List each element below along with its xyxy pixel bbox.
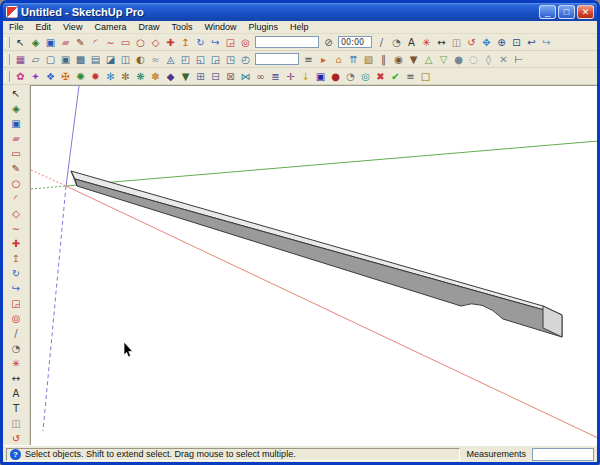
plugin-close-icon[interactable]: ✖	[373, 69, 388, 84]
plugin-burst-icon[interactable]: ✹	[88, 69, 103, 84]
move-tool-icon[interactable]: ✚	[9, 236, 24, 251]
plugin-clock-icon[interactable]: ◔	[343, 69, 358, 84]
protractor-icon[interactable]: ◔	[389, 35, 404, 50]
position-camera-icon[interactable]: ▼	[406, 52, 421, 67]
solid-union-icon[interactable]: ●	[451, 52, 466, 67]
dimension-tool-icon[interactable]: ↔	[434, 35, 449, 50]
measurements-input[interactable]	[532, 448, 594, 461]
solid-intersect-icon[interactable]: ✕	[496, 52, 511, 67]
layers-icon[interactable]: ≡	[301, 52, 316, 67]
menu-item-file[interactable]: File	[3, 22, 30, 32]
next-view-icon[interactable]: ↪	[539, 35, 554, 50]
front-view-icon[interactable]: ◱	[193, 52, 208, 67]
plugin-box-icon[interactable]: □	[418, 69, 433, 84]
menu-item-tools[interactable]: Tools	[165, 22, 198, 32]
move-tool-icon[interactable]: ✚	[163, 35, 178, 50]
solid-trim-icon[interactable]: ◊	[481, 52, 496, 67]
shadows-toggle-icon[interactable]: ◐	[133, 52, 148, 67]
plugin-loop-icon[interactable]: ∞	[253, 69, 268, 84]
follow-me-tool-icon[interactable]: ↪	[9, 281, 24, 296]
plugin-petal-icon[interactable]: ✽	[148, 69, 163, 84]
plugin-dot-icon[interactable]: ●	[328, 69, 343, 84]
fog-toggle-icon[interactable]: ≈	[148, 52, 163, 67]
top-view-icon[interactable]: ◰	[178, 52, 193, 67]
look-around-icon[interactable]: ◉	[391, 52, 406, 67]
text-tool-icon[interactable]: A	[404, 35, 419, 50]
scale-tool-icon[interactable]: ◲	[223, 35, 238, 50]
plugin-grid-plus-icon[interactable]: ⊞	[193, 69, 208, 84]
zoom-tool-icon[interactable]: ⊕	[494, 35, 509, 50]
line-tool-icon[interactable]: ✎	[73, 35, 88, 50]
plugin-snowflake-icon[interactable]: ✻	[103, 69, 118, 84]
dimension-tool-icon[interactable]: ↔	[9, 371, 24, 386]
select-tool-icon[interactable]: ↖	[13, 35, 28, 50]
left-view-icon[interactable]: ◴	[238, 52, 253, 67]
push-pull-tool-icon[interactable]: ↥	[178, 35, 193, 50]
rectangle-tool-icon[interactable]: ▭	[9, 146, 24, 161]
polygon-tool-icon[interactable]: ◇	[9, 206, 24, 221]
scale-tool-icon[interactable]: ◲	[9, 296, 24, 311]
camera-dropdown[interactable]	[255, 53, 299, 65]
protractor-icon[interactable]: ◔	[9, 341, 24, 356]
style-hidden-line-icon[interactable]: ▢	[43, 52, 58, 67]
line-tool-icon[interactable]: ✎	[9, 161, 24, 176]
paint-bucket-icon[interactable]: ▣	[9, 116, 24, 131]
help-icon[interactable]: ?	[10, 449, 21, 460]
plugin-gear-icon[interactable]: ✺	[73, 69, 88, 84]
xray-mode-icon[interactable]: ◪	[103, 52, 118, 67]
section-plane-icon[interactable]: ◫	[9, 416, 24, 431]
beam-top-face[interactable]	[71, 171, 562, 315]
get-models-icon[interactable]: ⌂	[331, 52, 346, 67]
circle-tool-icon[interactable]: ○	[133, 35, 148, 50]
plugin-menu-icon[interactable]: ≡	[403, 69, 418, 84]
paint-bucket-icon[interactable]: ▣	[43, 35, 58, 50]
eraser-icon[interactable]: ▰	[58, 35, 73, 50]
offset-tool-icon[interactable]: ◎	[238, 35, 253, 50]
section-plane-icon[interactable]: ◫	[449, 35, 464, 50]
freehand-tool-icon[interactable]: ∼	[103, 35, 118, 50]
plugin-diamond-icon[interactable]: ❖	[43, 69, 58, 84]
axes-tool-icon[interactable]: ✳	[419, 35, 434, 50]
plugin-star-icon[interactable]: ✦	[28, 69, 43, 84]
push-pull-tool-icon[interactable]: ↥	[9, 251, 24, 266]
photo-textures-icon[interactable]: ▧	[361, 52, 376, 67]
axes-tool-icon[interactable]: ✳	[9, 356, 24, 371]
arc-tool-icon[interactable]: ◜	[88, 35, 103, 50]
right-view-icon[interactable]: ◲	[208, 52, 223, 67]
plugin-asterisk-icon[interactable]: ❋	[133, 69, 148, 84]
tape-measure-icon[interactable]: /	[374, 35, 389, 50]
maximize-button[interactable]: □	[558, 5, 575, 19]
minimize-button[interactable]: _	[539, 5, 556, 19]
plugin-arrow-down-icon[interactable]: ↓	[298, 69, 313, 84]
style-monochrome-icon[interactable]: ▤	[88, 52, 103, 67]
plugin-ring-icon[interactable]: ◎	[358, 69, 373, 84]
back-edges-icon[interactable]: ◫	[118, 52, 133, 67]
plugin-cube-icon[interactable]: ◆	[163, 69, 178, 84]
plugin-spark-icon[interactable]: ✼	[118, 69, 133, 84]
iso-view-icon[interactable]: ◬	[163, 52, 178, 67]
circle-tool-icon[interactable]: ○	[9, 176, 24, 191]
open-icon[interactable]: ▦	[13, 52, 28, 67]
menu-item-help[interactable]: Help	[284, 22, 315, 32]
share-model-icon[interactable]: ⇈	[346, 52, 361, 67]
3d-text-tool-icon[interactable]: T	[9, 401, 24, 416]
rectangle-tool-icon[interactable]: ▭	[118, 35, 133, 50]
menu-item-camera[interactable]: Camera	[88, 22, 132, 32]
follow-me-tool-icon[interactable]: ↪	[208, 35, 223, 50]
plugin-list-icon[interactable]: ≣	[268, 69, 283, 84]
time-icon[interactable]: ⊘	[321, 35, 336, 50]
plugin-panel-icon[interactable]: ▣	[313, 69, 328, 84]
zoom-extents-icon[interactable]: ⊡	[509, 35, 524, 50]
tape-measure-icon[interactable]: /	[9, 326, 24, 341]
rotate-tool-icon[interactable]: ↻	[9, 266, 24, 281]
orbit-tool-icon[interactable]: ↺	[9, 431, 24, 446]
style-textured-icon[interactable]: ▩	[73, 52, 88, 67]
plugin-join-icon[interactable]: ⋈	[238, 69, 253, 84]
plugin-grid-minus-icon[interactable]: ⊟	[208, 69, 223, 84]
dimension-style-icon[interactable]: ⊢	[511, 52, 526, 67]
arc-tool-icon[interactable]: ◜	[9, 191, 24, 206]
beam-front-face[interactable]	[75, 179, 562, 337]
plugin-check-icon[interactable]: ✔	[388, 69, 403, 84]
time-field[interactable]: 00:00	[338, 36, 372, 48]
menu-item-view[interactable]: View	[57, 22, 88, 32]
